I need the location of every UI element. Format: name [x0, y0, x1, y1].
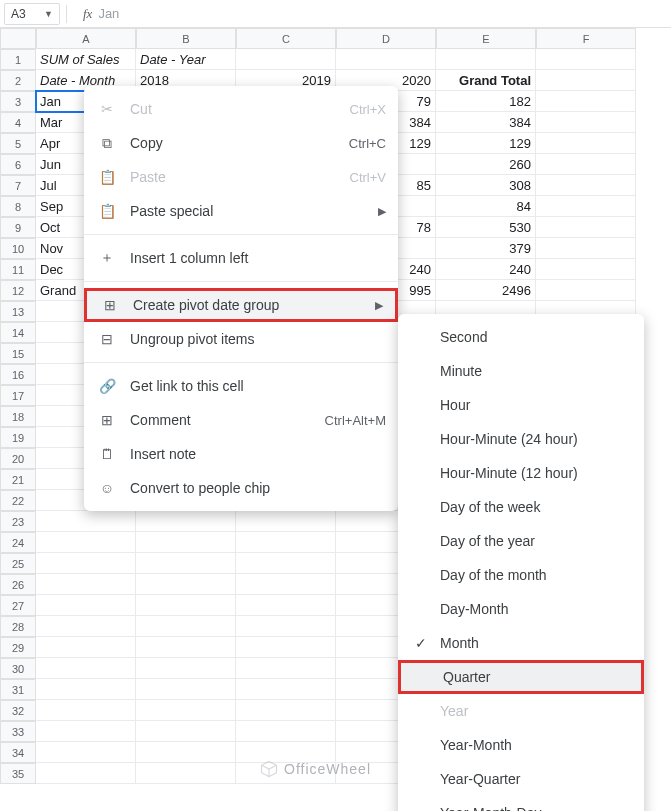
cell[interactable]	[136, 763, 236, 784]
select-all-corner[interactable]	[0, 28, 36, 49]
row-header[interactable]: 5	[0, 133, 36, 154]
grand-total-cell[interactable]: 308	[436, 175, 536, 196]
grand-total-cell[interactable]: 260	[436, 154, 536, 175]
cell[interactable]	[36, 763, 136, 784]
submenu-item-day-of-the-year[interactable]: Day of the year	[398, 524, 644, 558]
submenu-item-year-month[interactable]: Year-Month	[398, 728, 644, 762]
empty-cell[interactable]	[536, 196, 636, 217]
cell[interactable]	[136, 553, 236, 574]
cell[interactable]	[336, 49, 436, 70]
row-header[interactable]: 10	[0, 238, 36, 259]
cell[interactable]	[236, 763, 336, 784]
empty-cell[interactable]	[536, 238, 636, 259]
cell[interactable]	[236, 742, 336, 763]
grand-total-cell[interactable]: 240	[436, 259, 536, 280]
row-header[interactable]: 3	[0, 91, 36, 112]
empty-cell[interactable]	[536, 133, 636, 154]
submenu-item-quarter[interactable]: Quarter	[398, 660, 644, 694]
row-header[interactable]: 27	[0, 595, 36, 616]
cell[interactable]	[136, 658, 236, 679]
row-header[interactable]: 35	[0, 763, 36, 784]
name-box[interactable]: A3 ▼	[4, 3, 60, 25]
menu-insert-note[interactable]: 🗒 Insert note	[84, 437, 398, 471]
cell[interactable]	[236, 679, 336, 700]
grand-total-cell[interactable]: 182	[436, 91, 536, 112]
submenu-item-day-of-the-month[interactable]: Day of the month	[398, 558, 644, 592]
row-header[interactable]: 32	[0, 700, 36, 721]
grand-total-cell[interactable]: 384	[436, 112, 536, 133]
empty-cell[interactable]	[536, 91, 636, 112]
menu-people-chip[interactable]: ☺ Convert to people chip	[84, 471, 398, 505]
row-header[interactable]: 25	[0, 553, 36, 574]
cell[interactable]	[36, 679, 136, 700]
cell[interactable]	[36, 574, 136, 595]
cell[interactable]	[236, 721, 336, 742]
row-header[interactable]: 9	[0, 217, 36, 238]
empty-cell[interactable]	[536, 217, 636, 238]
submenu-item-hour-minute-24-hour-[interactable]: Hour-Minute (24 hour)	[398, 422, 644, 456]
menu-paste[interactable]: 📋 Paste Ctrl+V	[84, 160, 398, 194]
cell[interactable]	[136, 700, 236, 721]
cell[interactable]	[236, 553, 336, 574]
cell[interactable]	[236, 574, 336, 595]
cell[interactable]	[36, 553, 136, 574]
cell[interactable]	[136, 742, 236, 763]
pivot-label[interactable]: SUM of Sales	[36, 49, 136, 70]
cell[interactable]	[136, 637, 236, 658]
menu-insert-column-left[interactable]: ＋ Insert 1 column left	[84, 241, 398, 275]
row-header[interactable]: 2	[0, 70, 36, 91]
cell[interactable]	[36, 532, 136, 553]
submenu-item-month[interactable]: ✓Month	[398, 626, 644, 660]
row-header[interactable]: 20	[0, 448, 36, 469]
row-header[interactable]: 4	[0, 112, 36, 133]
cell[interactable]	[536, 49, 636, 70]
row-header[interactable]: 30	[0, 658, 36, 679]
cell[interactable]	[236, 532, 336, 553]
menu-ungroup-pivot-items[interactable]: ⊟ Ungroup pivot items	[84, 322, 398, 356]
row-header[interactable]: 17	[0, 385, 36, 406]
menu-comment[interactable]: ⊞ Comment Ctrl+Alt+M	[84, 403, 398, 437]
empty-cell[interactable]	[536, 175, 636, 196]
submenu-item-day-of-the-week[interactable]: Day of the week	[398, 490, 644, 524]
column-header[interactable]: A	[36, 28, 136, 49]
row-header[interactable]: 18	[0, 406, 36, 427]
cell[interactable]	[136, 511, 236, 532]
grand-total-cell[interactable]: 530	[436, 217, 536, 238]
column-header[interactable]: F	[536, 28, 636, 49]
row-header[interactable]: 16	[0, 364, 36, 385]
cell[interactable]	[36, 616, 136, 637]
cell[interactable]	[236, 595, 336, 616]
row-header[interactable]: 14	[0, 322, 36, 343]
row-header[interactable]: 11	[0, 259, 36, 280]
submenu-item-year[interactable]: Year	[398, 694, 644, 728]
row-header[interactable]: 15	[0, 343, 36, 364]
cell[interactable]	[36, 721, 136, 742]
cell[interactable]	[236, 658, 336, 679]
cell[interactable]	[36, 742, 136, 763]
cell[interactable]	[36, 658, 136, 679]
cell[interactable]	[136, 721, 236, 742]
cell[interactable]	[236, 616, 336, 637]
menu-copy[interactable]: ⧉ Copy Ctrl+C	[84, 126, 398, 160]
menu-cut[interactable]: ✂ Cut Ctrl+X	[84, 92, 398, 126]
row-header[interactable]: 28	[0, 616, 36, 637]
empty-cell[interactable]	[536, 154, 636, 175]
submenu-item-minute[interactable]: Minute	[398, 354, 644, 388]
cell[interactable]	[136, 532, 236, 553]
row-header[interactable]: 1	[0, 49, 36, 70]
row-header[interactable]: 6	[0, 154, 36, 175]
submenu-item-second[interactable]: Second	[398, 320, 644, 354]
row-header[interactable]: 7	[0, 175, 36, 196]
row-header[interactable]: 22	[0, 490, 36, 511]
row-header[interactable]: 29	[0, 637, 36, 658]
empty-cell[interactable]	[536, 70, 636, 91]
row-header[interactable]: 13	[0, 301, 36, 322]
cell[interactable]	[536, 280, 636, 301]
cell[interactable]	[136, 574, 236, 595]
cell[interactable]	[236, 49, 336, 70]
submenu-item-hour-minute-12-hour-[interactable]: Hour-Minute (12 hour)	[398, 456, 644, 490]
cell[interactable]	[236, 511, 336, 532]
row-header[interactable]: 33	[0, 721, 36, 742]
submenu-item-year-quarter[interactable]: Year-Quarter	[398, 762, 644, 796]
cell[interactable]	[236, 637, 336, 658]
